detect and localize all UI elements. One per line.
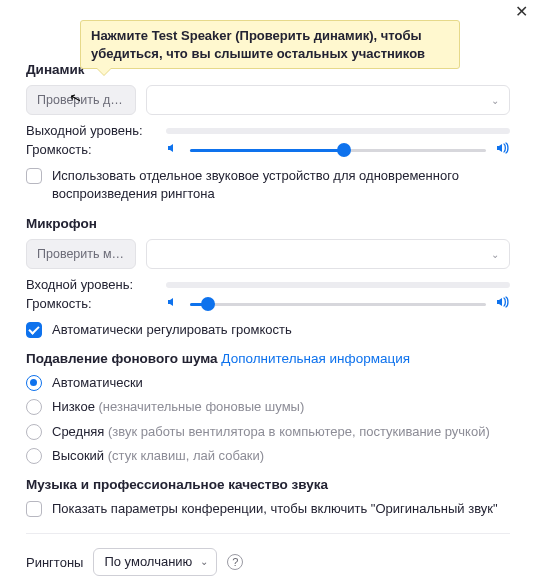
noise-radio-1[interactable] (26, 399, 42, 415)
volume-low-icon (166, 296, 180, 311)
speaker-output-level-meter (166, 128, 510, 134)
slider-fill (190, 149, 344, 152)
mic-device-select[interactable]: ⌄ (146, 239, 510, 269)
mic-volume-label: Громкость: (26, 296, 156, 311)
speaker-volume-slider[interactable] (190, 143, 486, 157)
volume-high-icon (496, 142, 510, 157)
chevron-down-icon: ⌄ (491, 95, 499, 106)
ringtone-value: По умолчанию (104, 554, 192, 569)
slider-thumb[interactable] (337, 143, 351, 157)
volume-low-icon (166, 142, 180, 157)
mic-volume-slider[interactable] (190, 297, 486, 311)
separate-ringer-label: Использовать отдельное звуковое устройст… (52, 167, 510, 202)
noise-radio-3[interactable] (26, 448, 42, 464)
noise-radio-label: Высокий (стук клавиш, лай собаки) (52, 447, 264, 465)
separate-ringer-checkbox[interactable] (26, 168, 42, 184)
noise-radio-2[interactable] (26, 424, 42, 440)
output-level-label: Выходной уровень: (26, 123, 156, 138)
chevron-down-icon: ⌄ (200, 549, 208, 575)
tooltip-test-speaker: Нажмите Test Speaker (Проверить динамик)… (80, 20, 460, 69)
separator (26, 533, 510, 534)
close-icon[interactable]: ✕ (515, 2, 528, 21)
noise-more-info-link[interactable]: Дополнительная информация (221, 351, 410, 366)
ringtone-help-icon[interactable]: ? (227, 554, 243, 570)
ringtone-select[interactable]: По умолчанию ⌄ (93, 548, 217, 576)
noise-suppression-options: АвтоматическиНизкое (незначительные фоно… (26, 374, 510, 465)
slider-thumb[interactable] (201, 297, 215, 311)
test-mic-button[interactable]: Проверить м… (26, 239, 136, 269)
original-sound-checkbox[interactable] (26, 501, 42, 517)
noise-radio-label: Низкое (незначительные фоновые шумы) (52, 398, 304, 416)
speaker-device-select[interactable]: ⌄ (146, 85, 510, 115)
mic-input-level-meter (166, 282, 510, 288)
music-pro-heading: Музыка и профессиональное качество звука (26, 477, 510, 492)
chevron-down-icon: ⌄ (491, 249, 499, 260)
original-sound-label: Показать параметры конференции, чтобы вк… (52, 500, 498, 518)
ringtone-label: Рингтоны (26, 555, 83, 570)
auto-adjust-volume-label: Автоматически регулировать громкость (52, 321, 292, 339)
noise-radio-label: Средняя (звук работы вентилятора в компь… (52, 423, 490, 441)
noise-radio-label: Автоматически (52, 374, 143, 392)
microphone-heading: Микрофон (26, 216, 510, 231)
speaker-volume-label: Громкость: (26, 142, 156, 157)
audio-settings-panel: Динамик Проверить ди… ⌄ Выходной уровень… (0, 0, 536, 576)
noise-radio-0[interactable] (26, 375, 42, 391)
volume-high-icon (496, 296, 510, 311)
input-level-label: Входной уровень: (26, 277, 156, 292)
auto-adjust-volume-checkbox[interactable] (26, 322, 42, 338)
noise-suppression-heading: Подавление фонового шума Дополнительная … (26, 351, 510, 366)
